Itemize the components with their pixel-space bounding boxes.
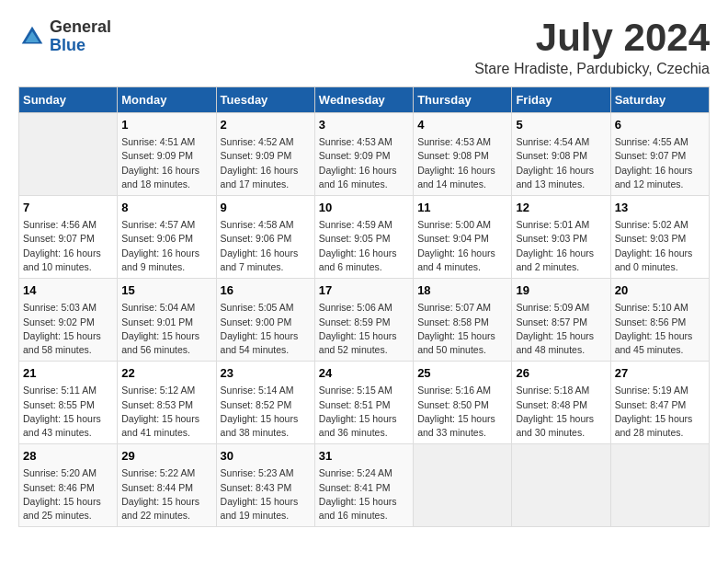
calendar-cell: 19Sunrise: 5:09 AM Sunset: 8:57 PM Dayli… [512, 279, 610, 362]
calendar-table: SundayMondayTuesdayWednesdayThursdayFrid… [18, 86, 710, 527]
calendar-cell: 6Sunrise: 4:55 AM Sunset: 9:07 PM Daylig… [610, 113, 709, 196]
month-title: July 2024 [474, 18, 710, 57]
day-info: Sunrise: 5:04 AM Sunset: 9:01 PM Dayligh… [121, 301, 211, 357]
calendar-cell: 21Sunrise: 5:11 AM Sunset: 8:55 PM Dayli… [19, 362, 118, 444]
day-info: Sunrise: 4:55 AM Sunset: 9:07 PM Dayligh… [615, 135, 705, 191]
day-info: Sunrise: 5:09 AM Sunset: 8:57 PM Dayligh… [516, 301, 606, 357]
page-header: General Blue July 2024 Stare Hradiste, P… [18, 18, 710, 77]
day-info: Sunrise: 5:24 AM Sunset: 8:41 PM Dayligh… [319, 466, 409, 523]
week-row-3: 14Sunrise: 5:03 AM Sunset: 9:02 PM Dayli… [19, 279, 710, 362]
day-number: 21 [23, 365, 113, 382]
calendar-cell: 18Sunrise: 5:07 AM Sunset: 8:58 PM Dayli… [414, 279, 512, 362]
day-number: 10 [319, 200, 409, 216]
calendar-cell: 4Sunrise: 4:53 AM Sunset: 9:08 PM Daylig… [414, 113, 512, 196]
day-number: 24 [319, 365, 409, 382]
day-info: Sunrise: 5:20 AM Sunset: 8:46 PM Dayligh… [23, 466, 113, 523]
day-number: 17 [319, 282, 409, 299]
day-number: 4 [417, 117, 507, 133]
day-number: 19 [516, 282, 606, 299]
header-wednesday: Wednesday [314, 87, 413, 113]
calendar-body: 1Sunrise: 4:51 AM Sunset: 9:09 PM Daylig… [19, 113, 710, 527]
calendar-cell: 15Sunrise: 5:04 AM Sunset: 9:01 PM Dayli… [118, 279, 216, 362]
header-tuesday: Tuesday [216, 87, 314, 113]
day-info: Sunrise: 5:23 AM Sunset: 8:43 PM Dayligh… [221, 466, 311, 523]
header-monday: Monday [118, 87, 216, 113]
day-number: 22 [121, 365, 211, 382]
day-info: Sunrise: 5:00 AM Sunset: 9:04 PM Dayligh… [417, 218, 507, 274]
calendar-cell: 16Sunrise: 5:05 AM Sunset: 9:00 PM Dayli… [216, 279, 314, 362]
calendar-cell: 2Sunrise: 4:52 AM Sunset: 9:09 PM Daylig… [216, 113, 314, 196]
header-row: SundayMondayTuesdayWednesdayThursdayFrid… [19, 87, 710, 113]
day-info: Sunrise: 5:06 AM Sunset: 8:59 PM Dayligh… [319, 301, 409, 357]
day-info: Sunrise: 5:07 AM Sunset: 8:58 PM Dayligh… [417, 301, 507, 357]
calendar-cell [19, 113, 118, 196]
title-section: July 2024 Stare Hradiste, Pardubicky, Cz… [474, 18, 710, 77]
day-number: 11 [417, 200, 507, 216]
day-number: 8 [121, 200, 211, 216]
calendar-cell: 28Sunrise: 5:20 AM Sunset: 8:46 PM Dayli… [19, 444, 118, 527]
day-number: 18 [417, 282, 507, 299]
day-info: Sunrise: 5:14 AM Sunset: 8:52 PM Dayligh… [221, 384, 311, 440]
day-number: 1 [121, 117, 211, 133]
week-row-1: 1Sunrise: 4:51 AM Sunset: 9:09 PM Daylig… [19, 113, 710, 196]
calendar-cell: 31Sunrise: 5:24 AM Sunset: 8:41 PM Dayli… [314, 444, 413, 527]
day-info: Sunrise: 5:05 AM Sunset: 9:00 PM Dayligh… [221, 301, 311, 357]
logo-icon [18, 23, 46, 51]
day-info: Sunrise: 5:10 AM Sunset: 8:56 PM Dayligh… [615, 301, 705, 357]
calendar-cell: 3Sunrise: 4:53 AM Sunset: 9:09 PM Daylig… [314, 113, 413, 196]
day-number: 13 [615, 200, 705, 216]
calendar-cell: 29Sunrise: 5:22 AM Sunset: 8:44 PM Dayli… [118, 444, 216, 527]
calendar-cell: 24Sunrise: 5:15 AM Sunset: 8:51 PM Dayli… [314, 362, 413, 444]
day-info: Sunrise: 5:03 AM Sunset: 9:02 PM Dayligh… [23, 301, 113, 357]
header-friday: Friday [512, 87, 610, 113]
day-info: Sunrise: 5:12 AM Sunset: 8:53 PM Dayligh… [121, 384, 211, 440]
day-info: Sunrise: 5:18 AM Sunset: 8:48 PM Dayligh… [516, 384, 606, 440]
day-info: Sunrise: 4:57 AM Sunset: 9:06 PM Dayligh… [121, 218, 211, 274]
calendar-header: SundayMondayTuesdayWednesdayThursdayFrid… [19, 87, 710, 113]
day-number: 15 [121, 282, 211, 299]
calendar-cell: 1Sunrise: 4:51 AM Sunset: 9:09 PM Daylig… [118, 113, 216, 196]
day-number: 6 [615, 117, 705, 133]
week-row-5: 28Sunrise: 5:20 AM Sunset: 8:46 PM Dayli… [19, 444, 710, 527]
day-info: Sunrise: 5:15 AM Sunset: 8:51 PM Dayligh… [319, 384, 409, 440]
day-info: Sunrise: 4:54 AM Sunset: 9:08 PM Dayligh… [516, 135, 606, 191]
calendar-cell: 22Sunrise: 5:12 AM Sunset: 8:53 PM Dayli… [118, 362, 216, 444]
calendar-cell: 26Sunrise: 5:18 AM Sunset: 8:48 PM Dayli… [512, 362, 610, 444]
day-number: 14 [23, 282, 113, 299]
day-number: 31 [319, 448, 409, 465]
calendar-cell: 13Sunrise: 5:02 AM Sunset: 9:03 PM Dayli… [610, 196, 709, 279]
day-info: Sunrise: 4:52 AM Sunset: 9:09 PM Dayligh… [221, 135, 311, 191]
header-sunday: Sunday [19, 87, 118, 113]
day-info: Sunrise: 5:16 AM Sunset: 8:50 PM Dayligh… [417, 384, 507, 440]
logo: General Blue [18, 18, 111, 55]
calendar-cell: 11Sunrise: 5:00 AM Sunset: 9:04 PM Dayli… [414, 196, 512, 279]
day-info: Sunrise: 4:53 AM Sunset: 9:09 PM Dayligh… [319, 135, 409, 191]
calendar-cell [610, 444, 709, 527]
calendar-cell: 9Sunrise: 4:58 AM Sunset: 9:06 PM Daylig… [216, 196, 314, 279]
logo-text: General Blue [50, 18, 111, 55]
day-info: Sunrise: 5:22 AM Sunset: 8:44 PM Dayligh… [121, 466, 211, 523]
day-info: Sunrise: 5:02 AM Sunset: 9:03 PM Dayligh… [615, 218, 705, 274]
calendar-cell: 23Sunrise: 5:14 AM Sunset: 8:52 PM Dayli… [216, 362, 314, 444]
day-number: 2 [221, 117, 311, 133]
day-info: Sunrise: 5:19 AM Sunset: 8:47 PM Dayligh… [615, 384, 705, 440]
day-number: 30 [221, 448, 311, 465]
calendar-cell: 27Sunrise: 5:19 AM Sunset: 8:47 PM Dayli… [610, 362, 709, 444]
day-number: 23 [221, 365, 311, 382]
calendar-cell: 5Sunrise: 4:54 AM Sunset: 9:08 PM Daylig… [512, 113, 610, 196]
location-title: Stare Hradiste, Pardubicky, Czechia [474, 61, 710, 77]
day-info: Sunrise: 4:58 AM Sunset: 9:06 PM Dayligh… [221, 218, 311, 274]
day-info: Sunrise: 4:53 AM Sunset: 9:08 PM Dayligh… [417, 135, 507, 191]
logo-blue: Blue [50, 37, 111, 55]
calendar-cell: 12Sunrise: 5:01 AM Sunset: 9:03 PM Dayli… [512, 196, 610, 279]
day-info: Sunrise: 4:59 AM Sunset: 9:05 PM Dayligh… [319, 218, 409, 274]
calendar-cell: 14Sunrise: 5:03 AM Sunset: 9:02 PM Dayli… [19, 279, 118, 362]
day-info: Sunrise: 4:51 AM Sunset: 9:09 PM Dayligh… [121, 135, 211, 191]
day-number: 9 [221, 200, 311, 216]
calendar-cell: 30Sunrise: 5:23 AM Sunset: 8:43 PM Dayli… [216, 444, 314, 527]
day-info: Sunrise: 4:56 AM Sunset: 9:07 PM Dayligh… [23, 218, 113, 274]
calendar-cell [512, 444, 610, 527]
week-row-4: 21Sunrise: 5:11 AM Sunset: 8:55 PM Dayli… [19, 362, 710, 444]
day-info: Sunrise: 5:01 AM Sunset: 9:03 PM Dayligh… [516, 218, 606, 274]
day-number: 25 [417, 365, 507, 382]
